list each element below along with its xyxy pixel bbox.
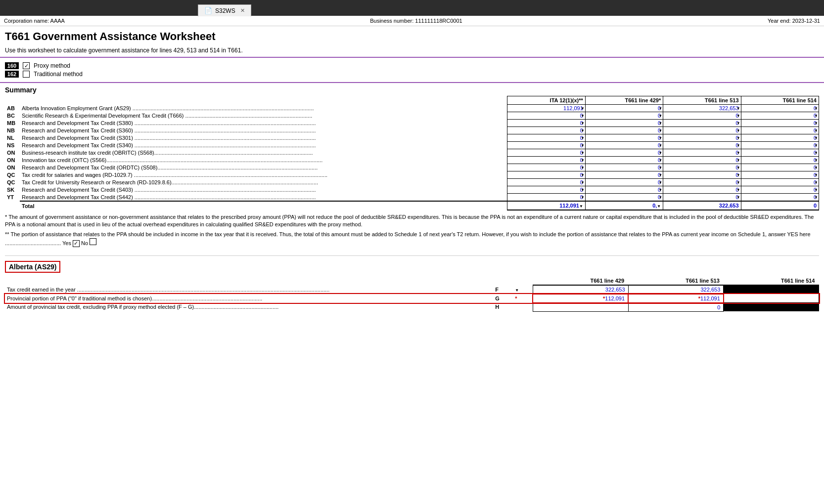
row-513-7[interactable]: 0 ▼ (663, 157, 741, 164)
row-label-9: Tax credit for salaries and wages (RD-10… (20, 171, 507, 179)
page-title: T661 Government Assistance Worksheet (5, 30, 819, 43)
summary-table-container: ITA 12(1)(x)** T661 line 429* T661 line … (0, 96, 824, 210)
ab-row-asterisk-0: ▼ (513, 285, 533, 294)
no-checkbox[interactable] (90, 238, 96, 245)
row-514-8[interactable]: 0 ▼ (741, 164, 819, 171)
row-514-11[interactable]: 0 ▼ (741, 186, 819, 194)
row-514-3[interactable]: 0 ▼ (741, 127, 819, 134)
ab-row-letter-1: G (493, 294, 513, 303)
row-514-2[interactable]: 0 ▼ (741, 120, 819, 127)
row-513-11[interactable]: 0 ▼ (663, 186, 741, 194)
row-514-6[interactable]: 0 ▼ (741, 149, 819, 157)
summary-total-row: Total 112,091▼ 0,▼ 322,653 0 (5, 201, 819, 210)
row-429-2[interactable]: 0 ▼ (585, 120, 663, 127)
row-514-4[interactable]: 0 ▼ (741, 134, 819, 142)
row-513-9[interactable]: 0 ▼ (663, 171, 741, 179)
row-ita-8[interactable]: 0 ▼ (507, 164, 585, 171)
total-513[interactable]: 322,653 (663, 201, 741, 210)
yes-checkbox[interactable]: ✓ (73, 240, 80, 247)
row-429-6[interactable]: 0 ▼ (585, 149, 663, 157)
summary-row-0: AB Alberta Innovation Employment Grant (… (5, 105, 819, 112)
row-prefix-6: ON (5, 149, 20, 157)
ab-col-header-429: T661 line 429 (533, 277, 628, 285)
ab-row-1-col1[interactable]: *112,091 (628, 294, 724, 303)
row-513-12[interactable]: 0 ▼ (663, 194, 741, 202)
tab-close-button[interactable]: ✕ (240, 7, 245, 14)
ab-row-2-col1[interactable]: 0 (628, 303, 724, 312)
alberta-row-0: Tax credit earned in the year ..........… (5, 285, 819, 294)
row-label-0: Alberta Innovation Employment Grant (AS2… (20, 105, 507, 112)
row-ita-9[interactable]: 0 ▼ (507, 171, 585, 179)
row-ita-12[interactable]: 0 ▼ (507, 194, 585, 202)
row-label-3: Research and Development Tax Credit (S36… (20, 127, 507, 134)
row-ita-5[interactable]: 0 ▼ (507, 142, 585, 149)
row-429-12[interactable]: 0 ▼ (585, 194, 663, 202)
ab-row-0-col2 (724, 285, 819, 294)
row-513-4[interactable]: 0 ▼ (663, 134, 741, 142)
row-513-6[interactable]: 0 ▼ (663, 149, 741, 157)
row-513-8[interactable]: 0 ▼ (663, 164, 741, 171)
summary-row-11: SK Research and Development Tax Credit (… (5, 186, 819, 194)
traditional-method-row: 162 Traditional method (5, 71, 819, 78)
traditional-method-checkbox[interactable] (23, 71, 30, 78)
row-ita-0[interactable]: 112,091 ▼ (507, 105, 585, 112)
method-code-160: 160 (5, 62, 19, 69)
row-513-3[interactable]: 0 ▼ (663, 127, 741, 134)
row-429-0[interactable]: 0 ▼ (585, 105, 663, 112)
ab-row-label-2: Amount of provincial tax credit, excludi… (5, 303, 493, 312)
proxy-method-checkbox[interactable]: ✓ (23, 62, 30, 69)
footnote-section: * The amount of government assistance or… (0, 210, 824, 252)
row-429-7[interactable]: 0 ▼ (585, 157, 663, 164)
row-429-8[interactable]: 0 ▼ (585, 164, 663, 171)
row-ita-7[interactable]: 0 ▼ (507, 157, 585, 164)
row-514-12[interactable]: 0 ▼ (741, 194, 819, 202)
row-429-3[interactable]: 0 ▼ (585, 127, 663, 134)
row-513-5[interactable]: 0 ▼ (663, 142, 741, 149)
total-ita[interactable]: 112,091▼ (507, 201, 585, 210)
row-513-2[interactable]: 0 ▼ (663, 120, 741, 127)
document-icon: 📄 (204, 7, 212, 14)
ab-row-2-col0[interactable] (533, 303, 628, 312)
row-ita-3[interactable]: 0 ▼ (507, 127, 585, 134)
row-ita-1[interactable]: 0 ▼ (507, 112, 585, 120)
row-prefix-1: BC (5, 112, 20, 120)
tab-label: S32WS (215, 7, 235, 14)
row-label-2: Research and Development Tax Credit (S38… (20, 120, 507, 127)
ab-row-0-col1[interactable]: 322,653 (628, 285, 724, 294)
row-514-1[interactable]: 0 ▼ (741, 112, 819, 120)
s32ws-tab[interactable]: 📄 S32WS ✕ (198, 4, 251, 16)
ab-row-letter-0: F (493, 285, 513, 294)
alberta-row-1: Provincial portion of PPA ("0" if tradit… (5, 294, 819, 303)
row-514-7[interactable]: 0 ▼ (741, 157, 819, 164)
row-ita-11[interactable]: 0 ▼ (507, 186, 585, 194)
row-ita-2[interactable]: 0 ▼ (507, 120, 585, 127)
section-divider (5, 255, 819, 256)
row-429-11[interactable]: 0 ▼ (585, 186, 663, 194)
row-514-9[interactable]: 0 ▼ (741, 171, 819, 179)
description-section: Use this worksheet to calculate governme… (0, 45, 824, 58)
row-429-10[interactable]: 0 ▼ (585, 179, 663, 186)
total-514[interactable]: 0 (741, 201, 819, 210)
row-ita-4[interactable]: 0 ▼ (507, 134, 585, 142)
row-514-10[interactable]: 0 ▼ (741, 179, 819, 186)
header-bar: Corporation name: AAAA Business number: … (0, 16, 824, 26)
row-513-10[interactable]: 0 ▼ (663, 179, 741, 186)
row-label-10: Tax Credit for University Research or Re… (20, 179, 507, 186)
row-514-0[interactable]: 0 ▼ (741, 105, 819, 112)
row-429-9[interactable]: 0 ▼ (585, 171, 663, 179)
row-429-5[interactable]: 0 ▼ (585, 142, 663, 149)
yes-label: Yes (62, 240, 73, 246)
corporation-info: Corporation name: AAAA (4, 18, 65, 24)
ab-row-1-col0[interactable]: *112,091 (533, 294, 628, 303)
row-429-1[interactable]: 0 ▼ (585, 112, 663, 120)
row-514-5[interactable]: 0 ▼ (741, 142, 819, 149)
row-429-4[interactable]: 0 ▼ (585, 134, 663, 142)
total-429[interactable]: 0,▼ (585, 201, 663, 210)
row-ita-10[interactable]: 0 ▼ (507, 179, 585, 186)
row-513-1[interactable]: 0 ▼ (663, 112, 741, 120)
row-ita-6[interactable]: 0 ▼ (507, 149, 585, 157)
summary-row-8: ON Research and Development Tax Credit (… (5, 164, 819, 171)
ab-row-0-col0[interactable]: 322,653 (533, 285, 628, 294)
ab-row-letter-2: H (493, 303, 513, 312)
row-513-0[interactable]: 322,653 ▼ (663, 105, 741, 112)
